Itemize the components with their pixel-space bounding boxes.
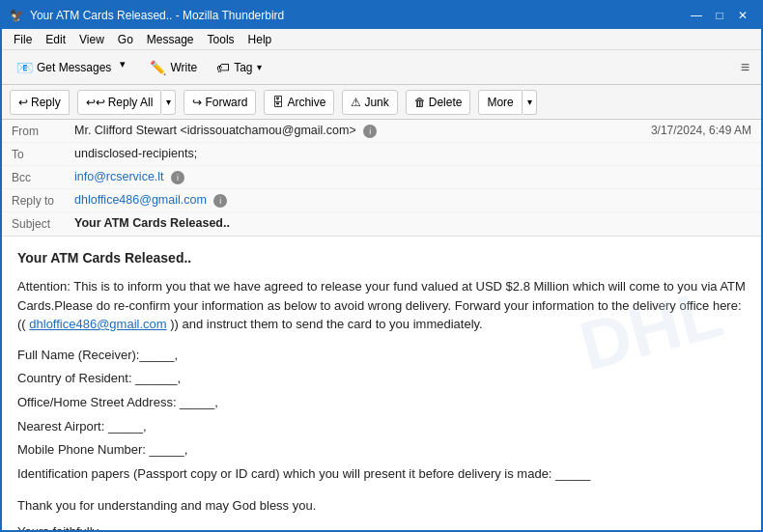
tag-button[interactable]: 🏷 Tag ▾	[208, 54, 269, 81]
reply-button[interactable]: ↩ Reply	[10, 90, 70, 115]
action-bar: ↩ Reply ↩↩ Reply All ▾ ↪ Forward 🗄 Archi…	[2, 85, 761, 120]
reply-to-label: Reply to	[12, 193, 74, 208]
get-messages-icon: 📧	[16, 60, 33, 75]
main-toolbar: 📧 Get Messages ▾ ✏️ Write 🏷 Tag ▾ ≡	[2, 50, 761, 85]
close-button[interactable]: ✕	[732, 8, 753, 23]
bcc-row: Bcc info@rcservice.lt i	[2, 166, 761, 189]
field-4: Nearest Airport: _____,	[17, 415, 746, 439]
email-yours: Yours faithfully,	[17, 524, 746, 532]
maximize-button[interactable]: □	[709, 8, 730, 23]
reply-to-value: dhloffice486@gmail.com i	[74, 193, 751, 208]
from-label: From	[12, 124, 74, 138]
reply-all-label: Reply All	[108, 96, 154, 109]
thunderbird-icon: 🦅	[10, 9, 24, 22]
title-bar-controls: — □ ✕	[686, 8, 753, 23]
reply-all-dropdown[interactable]: ▾	[162, 90, 176, 115]
reply-icon: ↩	[18, 96, 28, 109]
minimize-button[interactable]: —	[686, 8, 707, 23]
field-1: Full Name (Receiver):_____,	[17, 344, 746, 368]
title-bar: 🦅 Your ATM Cards Released.. - Mozilla Th…	[2, 2, 761, 29]
to-row: To undisclosed-recipients;	[2, 143, 761, 166]
to-value: undisclosed-recipients;	[74, 147, 751, 160]
more-button[interactable]: More	[478, 90, 522, 115]
reply-to-info-icon[interactable]: i	[213, 194, 227, 208]
menu-view[interactable]: View	[73, 31, 110, 48]
junk-button[interactable]: ⚠ Junk	[342, 90, 397, 115]
menu-go[interactable]: Go	[112, 31, 139, 48]
email-date: 3/17/2024, 6:49 AM	[651, 124, 751, 137]
write-button[interactable]: ✏️ Write	[141, 54, 206, 81]
to-label: To	[12, 147, 74, 161]
forward-label: Forward	[205, 96, 247, 109]
reply-to-row: Reply to dhloffice486@gmail.com i	[2, 189, 761, 212]
menu-tools[interactable]: Tools	[202, 31, 240, 48]
field-3: Office/Home Street Address: _____,	[17, 391, 746, 415]
forward-icon: ↪	[192, 96, 202, 109]
junk-icon: ⚠	[351, 96, 361, 109]
email-body-title: Your ATM Cards Released..	[17, 250, 746, 266]
tag-dropdown[interactable]: ▾	[257, 62, 262, 72]
delete-icon: 🗑	[414, 96, 426, 109]
tag-label: Tag	[234, 61, 252, 74]
reply-label: Reply	[31, 96, 61, 109]
write-label: Write	[170, 61, 197, 74]
hamburger-menu[interactable]: ≡	[735, 56, 755, 79]
get-messages-button[interactable]: 📧 Get Messages ▾	[8, 54, 139, 81]
email-header: From Mr. Clifford Stewart <idrissouatcha…	[2, 120, 761, 237]
reply-all-icon: ↩↩	[86, 96, 105, 109]
body-email-link-1[interactable]: dhloffice486@gmail.com	[29, 317, 166, 331]
archive-button[interactable]: 🗄 Archive	[264, 90, 334, 115]
get-messages-label: Get Messages	[37, 61, 111, 74]
menu-bar: File Edit View Go Message Tools Help	[2, 29, 761, 50]
menu-message[interactable]: Message	[141, 31, 200, 48]
bcc-info-icon[interactable]: i	[171, 171, 184, 184]
forward-button[interactable]: ↪ Forward	[184, 90, 256, 115]
field-6: Identification papers (Passport copy or …	[17, 462, 746, 487]
write-icon: ✏️	[150, 60, 166, 75]
reply-to-email-link[interactable]: dhloffice486@gmail.com	[74, 193, 207, 207]
email-body-fields: Full Name (Receiver):_____, Country of R…	[17, 344, 746, 487]
from-row: From Mr. Clifford Stewart <idrissouatcha…	[2, 120, 761, 143]
delete-button[interactable]: 🗑 Delete	[406, 90, 471, 115]
subject-value: Your ATM Cards Released..	[74, 216, 751, 230]
email-body: DHL Your ATM Cards Released.. Attention:…	[2, 237, 761, 532]
reply-all-button[interactable]: ↩↩ Reply All	[77, 90, 162, 115]
delete-label: Delete	[429, 96, 463, 109]
subject-label: Subject	[12, 216, 74, 231]
menu-edit[interactable]: Edit	[40, 31, 71, 48]
title-bar-left: 🦅 Your ATM Cards Released.. - Mozilla Th…	[10, 9, 284, 22]
subject-text: Your ATM Cards Released..	[74, 216, 230, 230]
more-dropdown[interactable]: ▾	[523, 90, 537, 115]
from-name: Mr. Clifford Stewart <idrissouatchamou@g…	[74, 124, 356, 137]
junk-label: Junk	[364, 96, 388, 109]
tag-icon: 🏷	[216, 60, 230, 75]
archive-label: Archive	[287, 96, 325, 109]
email-closing: Thank you for understanding and may God …	[17, 496, 746, 516]
more-label: More	[487, 96, 513, 109]
archive-icon: 🗄	[272, 96, 284, 109]
from-value: Mr. Clifford Stewart <idrissouatchamou@g…	[74, 124, 651, 138]
window-title: Your ATM Cards Released.. - Mozilla Thun…	[30, 9, 284, 22]
field-2: Country of Resident: ______,	[17, 367, 746, 391]
bcc-value: info@rcservice.lt i	[74, 170, 751, 184]
menu-help[interactable]: Help	[242, 31, 278, 48]
bcc-label: Bcc	[12, 170, 74, 184]
menu-file[interactable]: File	[8, 31, 38, 48]
get-messages-dropdown[interactable]: ▾	[115, 54, 130, 81]
field-5: Mobile Phone Number: _____,	[17, 438, 746, 462]
subject-row: Subject Your ATM Cards Released..	[2, 212, 761, 236]
email-body-paragraph1: Attention: This is to inform you that we…	[17, 277, 746, 334]
bcc-email-link[interactable]: info@rcservice.lt	[74, 170, 164, 183]
sender-info-icon[interactable]: i	[363, 125, 377, 138]
